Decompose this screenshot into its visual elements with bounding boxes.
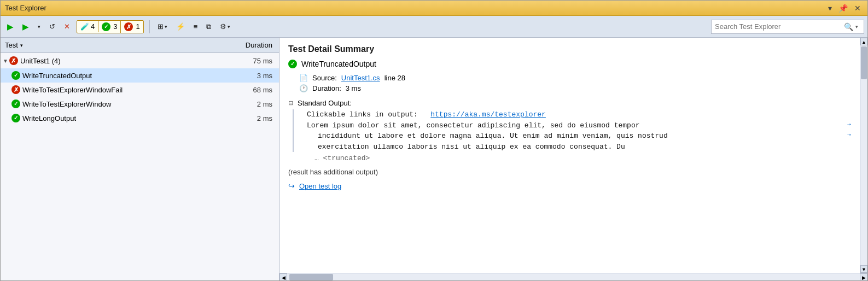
duration-column-header: Duration	[235, 39, 279, 51]
test-row[interactable]: ✓ WriteToTestExplorerWindow 2 ms	[1, 97, 279, 111]
group-duration: 75 ms	[235, 57, 279, 65]
test-row[interactable]: ✗ WriteToTestExplorerWindowFail 68 ms	[1, 83, 279, 97]
scroll-right-button[interactable]: ▶	[860, 273, 867, 281]
right-panel: Test Detail Summary ✓ WriteTruncatedOutp…	[279, 38, 867, 280]
test-column-header[interactable]: Test ▾	[1, 39, 235, 51]
lightning-icon: ⚡	[176, 22, 185, 31]
separator1	[149, 20, 150, 33]
fail-icon: ✗	[124, 22, 133, 31]
detail-pass-icon: ✓	[288, 60, 297, 68]
search-dropdown-button[interactable]: ▾	[853, 23, 860, 31]
clock-icon: 🕐	[299, 84, 308, 92]
wrap-arrow-icon: ➝	[847, 120, 851, 130]
scroll-left-button[interactable]: ◀	[279, 273, 287, 281]
pin-btn[interactable]: 📌	[836, 3, 850, 14]
run-all-icon: ▶	[7, 22, 14, 32]
list-button[interactable]: ≡	[190, 20, 201, 33]
fail-count: 1	[136, 22, 139, 31]
std-output-header: ⊟ Standard Output:	[288, 99, 851, 107]
pass-icon: ✓	[11, 99, 20, 108]
dropdown-btn[interactable]: ▾	[826, 3, 834, 14]
search-button[interactable]: 🔍	[844, 22, 853, 31]
test-duration: 68 ms	[235, 86, 279, 94]
bottom-scrollbar: ◀ ▶	[279, 273, 867, 280]
group-icon: ⊞	[158, 22, 164, 31]
group-button[interactable]: ⊞ ▾	[154, 20, 171, 33]
pass-icon: ✓	[11, 71, 20, 80]
output-line-text: Lorem ipsum dolor sit amet, consectetur …	[307, 120, 845, 131]
detail-content: Test Detail Summary ✓ WriteTruncatedOutp…	[279, 38, 860, 273]
detail-test-name: WriteTruncatedOutput	[301, 60, 376, 68]
detail-title: Test Detail Summary	[288, 44, 851, 54]
output-text-block: Clickable links in output: https://aka.m…	[293, 109, 851, 152]
source-link[interactable]: UnitTest1.cs	[341, 74, 380, 82]
search-box: 🔍 ▾	[711, 20, 864, 34]
standard-output-section: ⊟ Standard Output: Clickable links in ou…	[288, 99, 851, 162]
test-duration: 2 ms	[235, 100, 279, 108]
refresh-button[interactable]: ↺	[46, 20, 59, 33]
additional-output: (result has additional output)	[288, 168, 851, 176]
cancel-icon: ✕	[64, 22, 70, 31]
scroll-down-button[interactable]: ▼	[860, 265, 867, 273]
scroll-up-button[interactable]: ▲	[860, 38, 867, 45]
truncated-text: … <truncated>	[288, 154, 851, 162]
test-group-row[interactable]: ▼ ✗ UnitTest1 (4) 75 ms	[1, 53, 279, 68]
run-all-button[interactable]: ▶	[4, 20, 17, 34]
scrollbar-thumb[interactable]	[861, 46, 867, 79]
copy-icon: ⧉	[206, 22, 211, 31]
search-input[interactable]	[715, 22, 844, 31]
settings-button[interactable]: ⚙ ▾	[217, 20, 234, 33]
cancel-button[interactable]: ✕	[61, 20, 73, 33]
pass-count-button[interactable]: ✓ 3	[98, 21, 121, 33]
toolbar: ▶ ▶ ▾ ↺ ✕ 🧪 4 ✓ 3 ✗ 1	[1, 16, 867, 38]
lightning-button[interactable]: ⚡	[173, 20, 188, 33]
output-line: Lorem ipsum dolor sit amet, consectetur …	[307, 120, 851, 131]
test-row[interactable]: ✓ WriteTruncatedOutput 3 ms	[1, 68, 279, 83]
window-title: Test Explorer	[5, 4, 826, 12]
output-line: Clickable links in output: https://aka.m…	[307, 109, 851, 120]
fail-icon: ✗	[11, 85, 20, 94]
output-line: exercitation ullamco laboris nisi ut ali…	[307, 142, 851, 153]
std-output-label: Standard Output:	[298, 99, 352, 107]
wrap-arrow-icon: ➝	[847, 131, 851, 140]
test-name: WriteToTestExplorerWindow	[20, 100, 235, 108]
test-duration: 3 ms	[235, 72, 279, 80]
flask-icon: 🧪	[80, 22, 89, 31]
clickable-link[interactable]: https://aka.ms/testexplorer	[430, 110, 546, 119]
duration-label: Duration:	[312, 84, 341, 92]
test-name: WriteTruncatedOutput	[20, 72, 235, 80]
group-name: UnitTest1 (4)	[18, 57, 235, 65]
count-group: 🧪 4 ✓ 3 ✗ 1	[77, 20, 144, 33]
collapse-output-button[interactable]: ⊟	[288, 99, 293, 107]
source-row: 📄 Source: UnitTest1.cs line 28	[288, 73, 851, 83]
test-name: WriteLongOutput	[20, 114, 235, 122]
title-bar-controls: ▾ 📌 ✕	[826, 3, 863, 14]
output-line-text: Clickable links in output: https://aka.m…	[307, 109, 851, 120]
output-line-text: exercitation ullamco laboris nisi ut ali…	[307, 142, 851, 153]
h-scrollbar-thumb[interactable]	[289, 274, 333, 280]
window: Test Explorer ▾ 📌 ✕ ▶ ▶ ▾ ↺ ✕ 🧪 4	[0, 0, 868, 281]
fail-count-button[interactable]: ✗ 1	[121, 21, 143, 33]
run-selected-button[interactable]: ▶	[19, 20, 32, 34]
source-label: Source:	[312, 74, 337, 82]
run-dropdown-button[interactable]: ▾	[34, 22, 44, 32]
source-line: line 28	[385, 74, 405, 82]
settings-dropdown-icon: ▾	[228, 24, 230, 30]
close-btn[interactable]: ✕	[852, 3, 863, 14]
flask-count-button[interactable]: 🧪 4	[77, 21, 98, 32]
column-headers: Test ▾ Duration	[1, 38, 279, 53]
test-column-label: Test	[5, 41, 18, 49]
pass-icon: ✓	[11, 114, 20, 122]
test-list: ▼ ✗ UnitTest1 (4) 75 ms ✓ WriteTruncated…	[1, 53, 279, 280]
test-sort-icon: ▾	[20, 43, 23, 48]
output-line: incididunt ut labore et dolore magna ali…	[307, 131, 851, 142]
collapse-arrow-icon: ▼	[3, 58, 8, 64]
scrollbar-track	[860, 45, 867, 265]
main-content: Test ▾ Duration ▼ ✗ UnitTest1 (4) 75 ms …	[1, 38, 867, 280]
list-icon: ≡	[194, 22, 198, 31]
run-dropdown-chevron-icon: ▾	[38, 24, 40, 30]
open-test-log-link[interactable]: Open test log	[299, 182, 341, 190]
output-line-text: incididunt ut labore et dolore magna ali…	[307, 131, 845, 142]
test-row[interactable]: ✓ WriteLongOutput 2 ms	[1, 111, 279, 125]
copy-button[interactable]: ⧉	[203, 20, 214, 33]
